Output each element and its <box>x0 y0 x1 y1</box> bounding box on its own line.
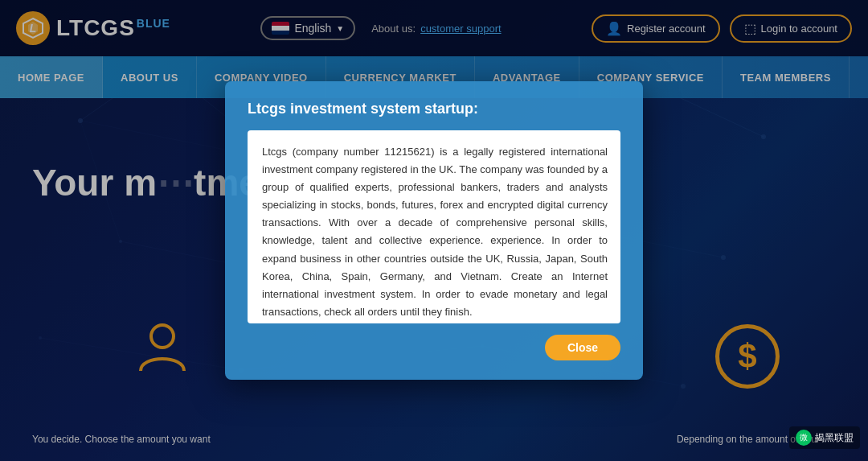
modal-content-scrollbox[interactable]: Ltcgs (company number 11215621) is a leg… <box>248 130 620 323</box>
watermark-text: 揭黑联盟 <box>815 431 854 445</box>
close-button[interactable]: Close <box>545 335 620 360</box>
watermark: 微 揭黑联盟 <box>789 426 860 449</box>
info-modal: Ltcgs investment system startup: Ltcgs (… <box>225 81 643 380</box>
wechat-icon: 微 <box>796 430 812 446</box>
modal-body-text: Ltcgs (company number 11215621) is a leg… <box>262 143 608 321</box>
modal-overlay: Ltcgs investment system startup: Ltcgs (… <box>0 0 868 461</box>
modal-title: Ltcgs investment system startup: <box>248 101 620 117</box>
modal-footer: Close <box>248 335 620 360</box>
